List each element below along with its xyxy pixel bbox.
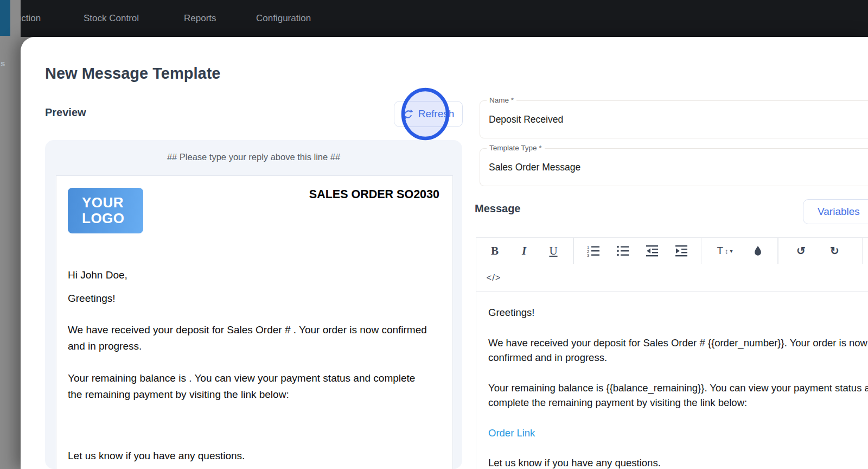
name-field[interactable]: Name * Deposit Received xyxy=(480,100,868,138)
underline-icon: U xyxy=(549,244,557,258)
indent-button[interactable] xyxy=(669,238,693,264)
template-type-field-label: Template Type * xyxy=(487,144,545,152)
undo-icon: ↺ xyxy=(796,245,806,256)
refresh-icon xyxy=(403,109,414,120)
message-heading: Message xyxy=(475,202,521,215)
nav-item-reports[interactable]: Reports xyxy=(184,0,216,37)
reply-divider-text: ## Please type your reply above this lin… xyxy=(45,140,462,162)
unordered-list-button[interactable] xyxy=(611,238,635,264)
resize-arrows-icon: ↕ xyxy=(725,247,729,255)
page-title: New Message Template xyxy=(45,65,220,83)
variables-button[interactable]: Variables xyxy=(803,199,868,224)
indent-icon xyxy=(675,245,688,257)
email-preview-panel: ## Please type your reply above this lin… xyxy=(45,140,462,469)
email-body: Hi John Doe, Greetings! We have received… xyxy=(68,267,428,464)
email-paragraph-2: Your remaining balance is . You can view… xyxy=(68,370,428,402)
redo-button[interactable]: ↻ xyxy=(823,238,847,264)
template-type-field-value: Sales Order Message xyxy=(489,162,580,173)
chevron-down-icon: ▾ xyxy=(730,248,733,254)
email-salutation: Greetings! xyxy=(68,290,428,307)
name-field-label: Name * xyxy=(487,96,516,104)
toolbar-divider xyxy=(777,238,778,264)
sales-order-title: SALES ORDER SO2030 xyxy=(309,188,439,201)
unordered-list-icon xyxy=(616,245,629,257)
nav-item-stock-control[interactable]: Stock Control xyxy=(84,0,139,37)
order-link[interactable]: Order Link xyxy=(488,427,535,439)
editor-toolbar-row-1: B I U 1 2 3 xyxy=(476,238,868,264)
toolbar-divider xyxy=(862,238,863,264)
bold-icon: B xyxy=(491,244,499,258)
email-paragraph-1: We have received your deposit for Sales … xyxy=(68,322,428,354)
refresh-label: Refresh xyxy=(418,108,455,120)
email-closing: Let us know if you have any questions. xyxy=(68,448,428,464)
text-color-button[interactable] xyxy=(746,238,770,264)
text-color-icon xyxy=(752,245,763,257)
font-size-dropdown[interactable]: T ↕ ▾ xyxy=(709,238,741,264)
italic-button[interactable]: I xyxy=(512,238,536,264)
email-greeting: Hi John Doe, xyxy=(68,267,428,283)
company-logo: YOUR LOGO xyxy=(68,188,143,233)
refresh-button[interactable]: Refresh xyxy=(394,101,463,127)
email-preview-card: YOUR LOGO SALES ORDER SO2030 Hi John Doe… xyxy=(56,175,453,469)
editor-content[interactable]: Greetings! We have received your deposit… xyxy=(476,292,868,469)
editor-paragraph-2: Your remaining balance is {{balance_rema… xyxy=(488,381,868,410)
code-view-button[interactable]: </> xyxy=(484,264,503,292)
outdent-button[interactable] xyxy=(640,238,664,264)
editor-toolbar-row-2: </> xyxy=(476,264,868,292)
editor-paragraph-1: We have received your deposit for Sales … xyxy=(488,335,868,365)
editor-closing: Let us know if you have any questions. xyxy=(488,455,868,469)
nav-item-configuration[interactable]: Configuration xyxy=(256,0,311,37)
backdrop-overlay xyxy=(0,0,21,386)
toolbar-divider xyxy=(573,238,574,264)
editor-salutation: Greetings! xyxy=(488,305,868,320)
toolbar-divider xyxy=(701,238,702,264)
code-view-icon: </> xyxy=(487,272,501,283)
ordered-list-icon: 1 2 3 xyxy=(587,245,600,257)
underline-button[interactable]: U xyxy=(541,238,565,264)
font-size-icon: T xyxy=(717,245,723,257)
message-editor: B I U 1 2 3 xyxy=(476,237,868,469)
italic-icon: I xyxy=(522,244,526,258)
sidebar-label-fragment: s xyxy=(1,59,5,68)
undo-button[interactable]: ↺ xyxy=(789,238,813,264)
bold-button[interactable]: B xyxy=(483,238,507,264)
name-field-value: Deposit Received xyxy=(489,114,563,125)
logo-line-2: LOGO xyxy=(82,211,143,226)
top-navbar: Production Stock Control Reports Configu… xyxy=(0,0,868,37)
svg-text:3: 3 xyxy=(587,253,589,257)
preview-heading: Preview xyxy=(45,106,86,119)
redo-icon: ↻ xyxy=(830,245,839,256)
outdent-icon xyxy=(646,245,659,257)
ordered-list-button[interactable]: 1 2 3 xyxy=(582,238,605,264)
backdrop-button-block xyxy=(0,0,10,36)
logo-line-1: YOUR xyxy=(82,195,143,211)
template-type-field[interactable]: Template Type * Sales Order Message xyxy=(480,148,868,186)
